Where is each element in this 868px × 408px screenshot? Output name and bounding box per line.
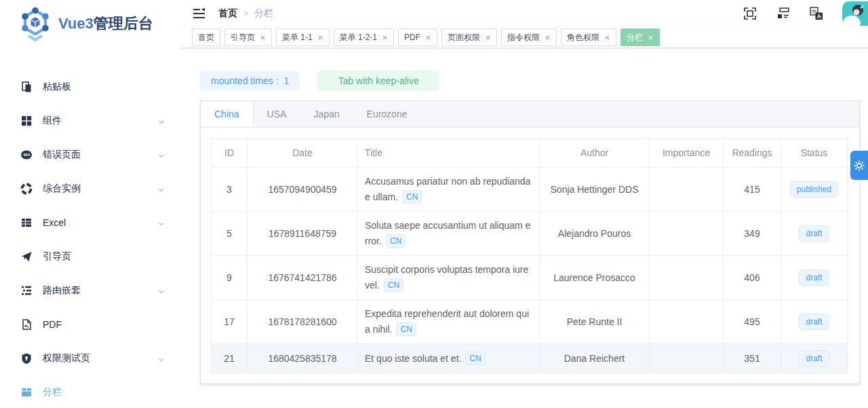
sidebar-item-error-pages[interactable]: 404 错误页面	[0, 138, 180, 172]
country-tag: CN	[384, 278, 403, 292]
status-badge: draft	[799, 270, 829, 286]
status-badge: draft	[799, 314, 829, 330]
svg-text:A: A	[817, 13, 821, 20]
keep-alive-badge: Tab with keep-alive	[317, 71, 439, 91]
nested-routes-icon	[20, 284, 33, 297]
sidebar-item-components[interactable]: 组件	[0, 104, 180, 138]
tab-usa[interactable]: USA	[254, 101, 300, 127]
tags-view: 首页 引导页 菜单 1-1 菜单 1-2-1 PDF 页面权限 指令权限 角色权…	[180, 27, 868, 48]
tab-columns-active[interactable]: 分栏	[620, 29, 660, 46]
language-icon[interactable]: 中 A	[809, 6, 824, 21]
table-header-row: ID Date Title Author Importance Readings…	[212, 138, 848, 168]
sidebar-item-permission[interactable]: 权限测试页	[0, 341, 180, 375]
shield-lock-icon	[20, 352, 33, 365]
tab-eurozone[interactable]: Eurozone	[353, 101, 421, 127]
importance-cell	[650, 168, 724, 212]
chevron-down-icon	[157, 354, 165, 363]
error-page-404-icon: 404	[20, 149, 33, 161]
chevron-down-icon	[157, 219, 165, 227]
tab-japan[interactable]: Japan	[300, 101, 353, 127]
importance-cell	[650, 300, 724, 344]
settings-drawer-button[interactable]	[850, 151, 868, 180]
close-icon[interactable]	[545, 35, 551, 41]
close-icon[interactable]	[260, 35, 266, 41]
info-badges: mounted times : 1 Tab with keep-alive	[200, 71, 868, 91]
sidebar-item-clipboard[interactable]: 粘贴板	[0, 70, 180, 104]
status-badge: draft	[799, 225, 829, 242]
region-tabs-panel: China USA Japan Eurozone ID Date Title	[200, 100, 860, 384]
breadcrumb-separator: >	[243, 9, 248, 18]
excel-icon	[20, 217, 33, 229]
importance-cell	[650, 212, 724, 256]
column-header-status: Status	[781, 138, 848, 168]
columns-icon	[20, 386, 33, 398]
close-icon[interactable]	[425, 35, 431, 41]
country-tag: CN	[386, 234, 406, 248]
app-title: Vue3管理后台	[58, 14, 153, 34]
sidebar-item-nested-routes[interactable]: 路由嵌套	[0, 274, 180, 308]
clipboard-icon	[20, 81, 33, 93]
column-header-author: Author	[540, 138, 650, 168]
tab-menu-1-1[interactable]: 菜单 1-1	[276, 29, 330, 46]
close-icon[interactable]	[604, 35, 610, 41]
column-header-date: Date	[248, 138, 358, 168]
table-row[interactable]: 17 1678178281600 Expedita reprehenderit …	[212, 300, 848, 344]
tab-pdf[interactable]: PDF	[398, 29, 437, 46]
chevron-down-icon	[157, 185, 165, 193]
sidebar: Vue3管理后台 粘贴板 组件 404 错误页面	[0, 0, 180, 408]
region-tabs: China USA Japan Eurozone	[201, 101, 859, 128]
sidebar-item-columns[interactable]: 分栏	[0, 375, 180, 408]
close-icon[interactable]	[382, 35, 388, 41]
sidebar-item-guide[interactable]: 引导页	[0, 240, 180, 274]
importance-cell	[650, 256, 724, 300]
chevron-down-icon	[157, 286, 165, 295]
fullscreen-icon[interactable]	[743, 6, 757, 21]
column-header-importance: Importance	[650, 138, 724, 168]
importance-cell	[650, 344, 724, 373]
sidebar-item-excel[interactable]: Excel	[0, 206, 180, 240]
tab-menu-1-2-1[interactable]: 菜单 1-2-1	[334, 29, 394, 46]
svg-text:404: 404	[23, 153, 31, 157]
size-select-icon[interactable]	[776, 6, 791, 21]
navbar: 首页 > 分栏 中 A	[180, 0, 868, 27]
close-icon[interactable]	[485, 35, 491, 41]
breadcrumb-home[interactable]: 首页	[218, 7, 237, 20]
sidebar-menu: 粘贴板 组件 404 错误页面 综合实例	[0, 48, 180, 408]
country-tag: CN	[465, 352, 485, 365]
sidebar-fold-icon[interactable]	[192, 7, 205, 20]
chevron-down-icon	[157, 117, 165, 125]
country-tag: CN	[402, 190, 422, 204]
column-header-title: Title	[358, 138, 540, 168]
tab-page-permission[interactable]: 页面权限	[441, 29, 497, 46]
main-area: 首页 > 分栏 中 A	[180, 0, 868, 384]
tab-guide[interactable]: 引导页	[224, 29, 272, 46]
close-icon[interactable]	[648, 35, 654, 41]
status-badge: published	[790, 181, 838, 198]
gear-icon	[853, 160, 865, 172]
vue-logo-icon	[18, 6, 53, 41]
table-row[interactable]: 21 1680425835178 Et quo iste soluta et e…	[212, 344, 848, 373]
component-icon	[20, 115, 33, 127]
user-avatar[interactable]	[842, 1, 868, 26]
tab-china[interactable]: China	[201, 101, 254, 127]
close-icon[interactable]	[317, 35, 323, 41]
table-row[interactable]: 5 1678911648759 Soluta saepe accusantium…	[212, 212, 848, 256]
page-content: mounted times : 1 Tab with keep-alive Ch…	[180, 48, 868, 384]
column-header-id: ID	[212, 138, 248, 168]
guide-icon	[20, 251, 33, 263]
sidebar-item-pdf[interactable]: PDF	[0, 308, 180, 341]
table-row[interactable]: 9 1676741421786 Suscipit corporis volupt…	[212, 256, 848, 300]
pdf-icon	[20, 318, 33, 331]
mounted-times-badge: mounted times : 1	[200, 71, 300, 90]
chevron-down-icon	[157, 151, 165, 159]
tab-directive-permission[interactable]: 指令权限	[501, 29, 557, 46]
table-row[interactable]: 3 1657094900459 Accusamus pariatur non a…	[212, 168, 848, 212]
navbar-actions: 中 A	[743, 1, 868, 26]
tab-role-permission[interactable]: 角色权限	[561, 29, 616, 46]
articles-table: ID Date Title Author Importance Readings…	[211, 138, 848, 373]
country-tag: CN	[396, 322, 416, 336]
tab-home[interactable]: 首页	[192, 29, 220, 46]
status-badge: draft	[799, 350, 829, 367]
sidebar-item-examples[interactable]: 综合实例	[0, 172, 180, 206]
app-logo[interactable]: Vue3管理后台	[0, 0, 180, 48]
